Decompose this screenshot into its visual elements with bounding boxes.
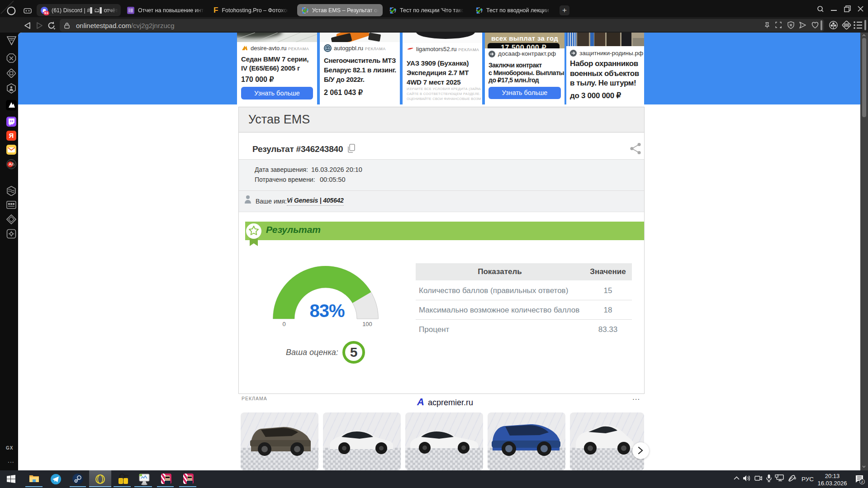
svg-text:2: 2 [861, 480, 863, 484]
